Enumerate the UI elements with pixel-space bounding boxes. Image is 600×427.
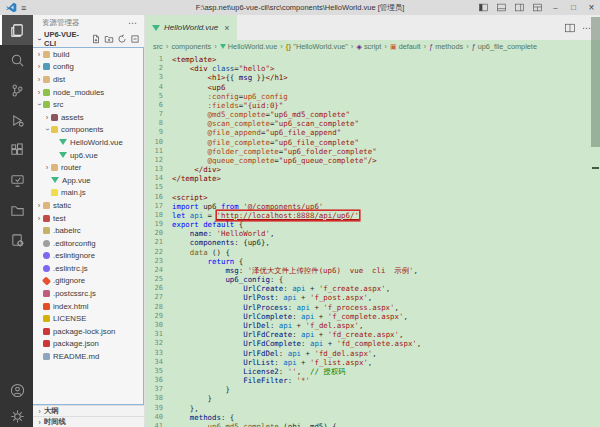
breadcrumb-item[interactable]: ◈script [357, 42, 382, 51]
search-icon[interactable] [0, 45, 33, 75]
tab-close-icon[interactable]: × [224, 23, 229, 33]
settings-gear-icon[interactable] [0, 405, 33, 427]
tree-item--gitignore[interactable]: .gitignore [33, 275, 143, 288]
editor-scrollbar[interactable] [591, 15, 600, 427]
maximize-button[interactable]: □ [565, 0, 582, 15]
tree-item-license[interactable]: LICENSE [33, 312, 143, 325]
close-button[interactable]: × [583, 0, 600, 15]
tree-item--editorconfig[interactable]: .editorconfig [33, 237, 143, 250]
tree-item--babelrc[interactable]: .babelrc [33, 224, 143, 237]
code-line[interactable]: 26 UrlCreate: api + 'f_create.aspx', [145, 284, 600, 293]
tree-item-index-html[interactable]: index.html [33, 300, 143, 313]
code-line[interactable]: 27 UrlPost: api + 'f_post.aspx', [145, 293, 600, 302]
breadcrumb-item[interactable]: ▣default [390, 42, 421, 51]
scrollbar-thumb[interactable] [591, 17, 600, 147]
code-line[interactable]: 4 <up6 [145, 83, 600, 92]
code-line[interactable]: 15 [145, 183, 600, 192]
tab-helloworld-vue[interactable]: HelloWorld.vue × [145, 15, 237, 40]
folder-tool-icon[interactable] [0, 195, 33, 225]
code-line[interactable]: 29 UrlComplete: api + 'f_complete.aspx', [145, 312, 600, 321]
source-control-icon[interactable] [0, 75, 33, 105]
code-line[interactable]: 25 up6_config: { [145, 275, 600, 284]
code-line[interactable]: 3 <h1>{{ msg }}</h1> [145, 73, 600, 82]
code-line[interactable]: 28 UrlProcess: api + 'f_process.aspx', [145, 303, 600, 312]
code-line[interactable]: 17import up6 from '@/components/up6' [145, 202, 600, 211]
account-icon[interactable] [0, 375, 33, 405]
tree-item-node-modules[interactable]: ›node_modules [33, 86, 143, 99]
breadcrumb-item[interactable]: components [171, 42, 211, 51]
menu-icon[interactable]: ≡ [21, 3, 26, 13]
breadcrumb-item[interactable]: src [153, 42, 163, 51]
code-line[interactable]: 41 up6_md5_complete (obj, md5) { [145, 422, 600, 427]
code-line[interactable]: 16<script> [145, 193, 600, 202]
code-line[interactable]: 11 @folder_complete="up6_folder_complete… [145, 147, 600, 156]
code-line[interactable]: 33 UrlFdDel: api + 'fd_del.aspx', [145, 349, 600, 358]
breadcrumb-item[interactable]: ƒmethods [429, 42, 463, 51]
code-line[interactable]: 35 License2: '', // 授权码 [145, 367, 600, 376]
code-line[interactable]: 9 @file_append="up6_file_append" [145, 128, 600, 137]
code-line[interactable]: 21 components: {up6}, [145, 238, 600, 247]
code-line[interactable]: 40 methods: { [145, 413, 600, 422]
code-line[interactable]: 36 FileFilter: '*' [145, 376, 600, 385]
tree-item--eslintrc-js[interactable]: .eslintrc.js [33, 262, 143, 275]
code-line[interactable]: 8 @scan_complete="up6_scan_complete" [145, 119, 600, 128]
tree-item-config[interactable]: ›config [33, 61, 143, 74]
toggle-secondary-sidebar-icon[interactable] [511, 0, 528, 15]
project-root-row[interactable]: › UP6-VUE-CLI [33, 31, 144, 47]
tree-item-up6-vue[interactable]: up6.vue [33, 149, 143, 162]
code-area[interactable]: 1<template>2 <div class="hello">3 <h1>{{… [145, 53, 600, 427]
code-line[interactable]: 39 }, [145, 404, 600, 413]
tree-item-test[interactable]: ›test [33, 212, 143, 225]
tree-item-app-vue[interactable]: App.vue [33, 174, 143, 187]
refresh-icon[interactable] [117, 34, 127, 44]
minimize-button[interactable]: – [547, 0, 564, 15]
code-line[interactable]: 13 </div> [145, 165, 600, 174]
extensions-icon[interactable] [0, 135, 33, 165]
toggle-panel-icon[interactable] [493, 0, 510, 15]
code-line[interactable]: 22 data () { [145, 248, 600, 257]
tree-item--postcssrc-js[interactable]: .postcssrc.js [33, 287, 143, 300]
explorer-more-icon[interactable]: ⋯ [128, 18, 138, 28]
code-line[interactable]: 38 } [145, 394, 600, 403]
tree-item-src[interactable]: ›src [33, 98, 143, 111]
split-editor-icon[interactable] [565, 23, 575, 33]
new-file-icon[interactable] [91, 34, 101, 44]
code-line[interactable]: 2 <div class="hello"> [145, 64, 600, 73]
tree-item-readme-md[interactable]: README.md [33, 350, 143, 363]
code-line[interactable]: 37 } [145, 385, 600, 394]
code-line[interactable]: 20 name: 'HelloWorld', [145, 229, 600, 238]
code-line[interactable]: 19export default { [145, 220, 600, 229]
tree-item-static[interactable]: ›static [33, 199, 143, 212]
code-line[interactable]: 5 :config=up6_config [145, 92, 600, 101]
monitor-check-icon[interactable] [0, 165, 33, 195]
tree-item-helloworld-vue[interactable]: HelloWorld.vue [33, 136, 143, 149]
timeline-section-header[interactable]: › 时间线 [33, 416, 144, 427]
breadcrumb-item[interactable]: ƒup6_file_complete [472, 42, 537, 51]
code-line[interactable]: 14</template> [145, 174, 600, 183]
code-line[interactable]: 32 UrlFdComplete: api + 'fd_complete.asp… [145, 339, 600, 348]
code-line[interactable]: 18let api = 'http://localhost:8888/api/u… [145, 211, 600, 220]
tree-item-assets[interactable]: ›assets [33, 111, 143, 124]
tree-item-build[interactable]: ›build [33, 48, 143, 61]
tree-item-main-js[interactable]: main.js [33, 187, 143, 200]
breadcrumb-item[interactable]: HelloWorld.vue [220, 42, 277, 51]
tree-item-package-lock-json[interactable]: package-lock.json [33, 325, 143, 338]
run-debug-icon[interactable] [0, 105, 33, 135]
code-line[interactable]: 12 @queue_complete="up6_queue_complete"/… [145, 156, 600, 165]
outline-section-header[interactable]: › 大纲 [33, 405, 144, 416]
code-line[interactable]: 24 msg: '泽优大文件上传控件(up6) vue cli 示例', [145, 266, 600, 275]
customize-layout-icon[interactable] [529, 0, 546, 15]
code-line[interactable]: 31 UrlFdCreate: api + 'fd_create.aspx', [145, 330, 600, 339]
collapse-all-icon[interactable] [130, 34, 140, 44]
tree-item-package-json[interactable]: package.json [33, 338, 143, 351]
code-line[interactable]: 30 UrlDel: api + 'f_del.aspx', [145, 321, 600, 330]
file-gear-icon[interactable] [0, 225, 33, 255]
code-line[interactable]: 7 @md5_complete="up6_md5_complete" [145, 110, 600, 119]
explorer-icon[interactable] [0, 15, 33, 45]
tree-item-router[interactable]: ›router [33, 161, 143, 174]
breadcrumb-item[interactable]: {}"HelloWorld.vue" [286, 42, 348, 51]
code-line[interactable]: 1<template> [145, 55, 600, 64]
toggle-sidebar-icon[interactable] [475, 0, 492, 15]
code-line[interactable]: 6 :fields="{uid:0}" [145, 101, 600, 110]
tree-item-dist[interactable]: ›dist [33, 73, 143, 86]
